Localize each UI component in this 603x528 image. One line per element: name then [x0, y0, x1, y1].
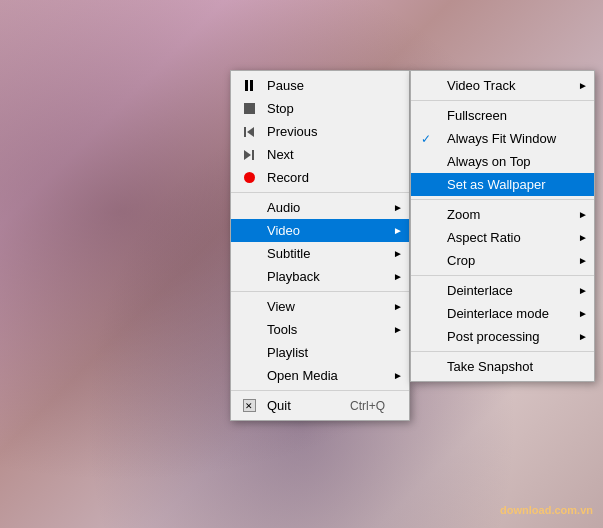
separator-2	[231, 291, 409, 292]
post-processing-arrow: ►	[578, 331, 588, 342]
submenu-video-track[interactable]: Video Track ►	[411, 74, 594, 97]
deinterlace-arrow: ►	[578, 285, 588, 296]
submenu-zoom[interactable]: Zoom ►	[411, 203, 594, 226]
aspect-ratio-label: Aspect Ratio	[447, 230, 521, 245]
pause-label: Pause	[267, 78, 304, 93]
submenu-separator-4	[411, 351, 594, 352]
submenu-post-processing[interactable]: Post processing ►	[411, 325, 594, 348]
quit-icon: ✕	[239, 399, 259, 412]
stop-icon	[239, 103, 259, 114]
video-arrow: ►	[393, 225, 403, 236]
submenu-video: Video Track ► Fullscreen ✓ Always Fit Wi…	[410, 70, 595, 382]
submenu-fullscreen[interactable]: Fullscreen	[411, 104, 594, 127]
always-on-top-label: Always on Top	[447, 154, 531, 169]
menu-item-audio[interactable]: Audio ►	[231, 196, 409, 219]
next-label: Next	[267, 147, 294, 162]
separator-3	[231, 390, 409, 391]
pause-icon	[239, 80, 259, 91]
menu-item-record[interactable]: Record	[231, 166, 409, 189]
record-icon	[239, 172, 259, 183]
view-label: View	[267, 299, 295, 314]
separator-1	[231, 192, 409, 193]
menu-item-view[interactable]: View ►	[231, 295, 409, 318]
set-as-wallpaper-label: Set as Wallpaper	[447, 177, 546, 192]
deinterlace-mode-arrow: ►	[578, 308, 588, 319]
open-media-label: Open Media	[267, 368, 338, 383]
menu-item-next[interactable]: Next	[231, 143, 409, 166]
menu-item-quit[interactable]: ✕ Quit Ctrl+Q	[231, 394, 409, 417]
submenu-separator-1	[411, 100, 594, 101]
previous-label: Previous	[267, 124, 318, 139]
audio-arrow: ►	[393, 202, 403, 213]
tools-label: Tools	[267, 322, 297, 337]
context-menu: Pause Stop Previous Next Record Audio ► …	[230, 70, 410, 421]
submenu-deinterlace-mode[interactable]: Deinterlace mode ►	[411, 302, 594, 325]
zoom-arrow: ►	[578, 209, 588, 220]
watermark-text: download.com.vn	[500, 504, 593, 516]
submenu-aspect-ratio[interactable]: Aspect Ratio ►	[411, 226, 594, 249]
quit-shortcut: Ctrl+Q	[350, 399, 385, 413]
playback-label: Playback	[267, 269, 320, 284]
video-track-arrow: ►	[578, 80, 588, 91]
aspect-ratio-arrow: ►	[578, 232, 588, 243]
subtitle-label: Subtitle	[267, 246, 310, 261]
fullscreen-label: Fullscreen	[447, 108, 507, 123]
menu-item-tools[interactable]: Tools ►	[231, 318, 409, 341]
menu-item-subtitle[interactable]: Subtitle ►	[231, 242, 409, 265]
subtitle-arrow: ►	[393, 248, 403, 259]
submenu-crop[interactable]: Crop ►	[411, 249, 594, 272]
crop-arrow: ►	[578, 255, 588, 266]
next-icon	[239, 150, 259, 160]
quit-label: Quit	[267, 398, 291, 413]
submenu-take-snapshot[interactable]: Take Snapshot	[411, 355, 594, 378]
menu-item-pause[interactable]: Pause	[231, 74, 409, 97]
video-track-label: Video Track	[447, 78, 515, 93]
view-arrow: ►	[393, 301, 403, 312]
deinterlace-mode-label: Deinterlace mode	[447, 306, 549, 321]
menu-item-open-media[interactable]: Open Media ►	[231, 364, 409, 387]
watermark: download.com.vn	[500, 504, 593, 516]
playlist-label: Playlist	[267, 345, 308, 360]
previous-icon	[239, 127, 259, 137]
submenu-set-as-wallpaper[interactable]: Set as Wallpaper	[411, 173, 594, 196]
video-label: Video	[267, 223, 300, 238]
playback-arrow: ►	[393, 271, 403, 282]
tools-arrow: ►	[393, 324, 403, 335]
always-fit-window-label: Always Fit Window	[447, 131, 556, 146]
menu-item-stop[interactable]: Stop	[231, 97, 409, 120]
take-snapshot-label: Take Snapshot	[447, 359, 533, 374]
stop-label: Stop	[267, 101, 294, 116]
audio-label: Audio	[267, 200, 300, 215]
menu-item-playlist[interactable]: Playlist	[231, 341, 409, 364]
menu-item-previous[interactable]: Previous	[231, 120, 409, 143]
always-fit-checkmark: ✓	[421, 132, 431, 146]
submenu-always-fit-window[interactable]: ✓ Always Fit Window	[411, 127, 594, 150]
deinterlace-label: Deinterlace	[447, 283, 513, 298]
record-label: Record	[267, 170, 309, 185]
submenu-separator-3	[411, 275, 594, 276]
menu-item-video[interactable]: Video ►	[231, 219, 409, 242]
post-processing-label: Post processing	[447, 329, 540, 344]
menu-item-playback[interactable]: Playback ►	[231, 265, 409, 288]
submenu-deinterlace[interactable]: Deinterlace ►	[411, 279, 594, 302]
submenu-separator-2	[411, 199, 594, 200]
open-media-arrow: ►	[393, 370, 403, 381]
crop-label: Crop	[447, 253, 475, 268]
submenu-always-on-top[interactable]: Always on Top	[411, 150, 594, 173]
zoom-label: Zoom	[447, 207, 480, 222]
